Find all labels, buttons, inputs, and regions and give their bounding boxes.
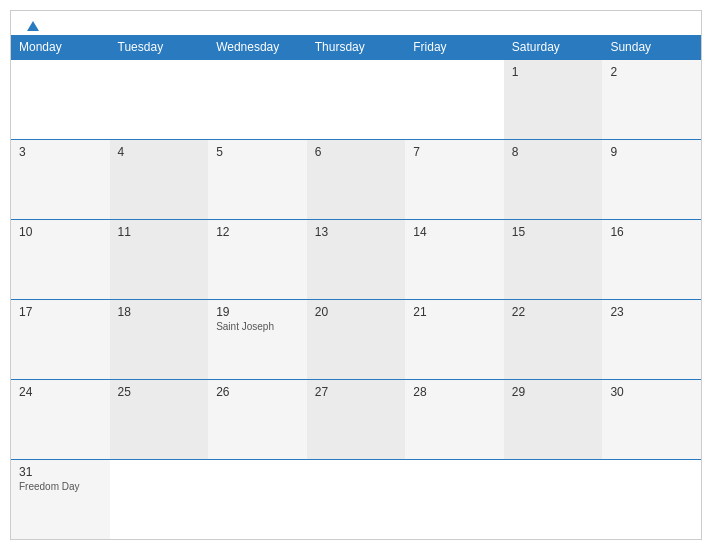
day-number: 3 bbox=[19, 145, 102, 159]
day-number: 5 bbox=[216, 145, 299, 159]
day-number: 10 bbox=[19, 225, 102, 239]
day-cell bbox=[208, 60, 307, 139]
day-number: 24 bbox=[19, 385, 102, 399]
day-number: 4 bbox=[118, 145, 201, 159]
calendar: MondayTuesdayWednesdayThursdayFridaySatu… bbox=[10, 10, 702, 540]
day-cell: 22 bbox=[504, 300, 603, 379]
day-cell bbox=[405, 460, 504, 539]
day-cell: 10 bbox=[11, 220, 110, 299]
week-row-1: 12 bbox=[11, 59, 701, 139]
calendar-grid: MondayTuesdayWednesdayThursdayFridaySatu… bbox=[11, 35, 701, 539]
day-number: 26 bbox=[216, 385, 299, 399]
day-cell: 31Freedom Day bbox=[11, 460, 110, 539]
day-number: 20 bbox=[315, 305, 398, 319]
day-number: 18 bbox=[118, 305, 201, 319]
day-cell: 29 bbox=[504, 380, 603, 459]
day-cell: 24 bbox=[11, 380, 110, 459]
day-headers-row: MondayTuesdayWednesdayThursdayFridaySatu… bbox=[11, 35, 701, 59]
day-cell: 30 bbox=[602, 380, 701, 459]
day-cell bbox=[11, 60, 110, 139]
day-cell bbox=[110, 460, 209, 539]
day-cell: 14 bbox=[405, 220, 504, 299]
day-cell: 5 bbox=[208, 140, 307, 219]
day-cell: 21 bbox=[405, 300, 504, 379]
day-cell: 23 bbox=[602, 300, 701, 379]
day-cell: 18 bbox=[110, 300, 209, 379]
day-cell: 16 bbox=[602, 220, 701, 299]
day-cell: 12 bbox=[208, 220, 307, 299]
day-number: 21 bbox=[413, 305, 496, 319]
day-cell: 15 bbox=[504, 220, 603, 299]
day-cell bbox=[602, 460, 701, 539]
day-cell: 27 bbox=[307, 380, 406, 459]
day-header-tuesday: Tuesday bbox=[110, 35, 209, 59]
week-row-3: 10111213141516 bbox=[11, 219, 701, 299]
day-header-friday: Friday bbox=[405, 35, 504, 59]
week-row-6: 31Freedom Day bbox=[11, 459, 701, 539]
day-header-sunday: Sunday bbox=[602, 35, 701, 59]
day-cell: 28 bbox=[405, 380, 504, 459]
weeks-container: 12345678910111213141516171819Saint Josep… bbox=[11, 59, 701, 539]
day-number: 25 bbox=[118, 385, 201, 399]
day-cell: 19Saint Joseph bbox=[208, 300, 307, 379]
day-cell: 20 bbox=[307, 300, 406, 379]
day-cell: 11 bbox=[110, 220, 209, 299]
day-cell bbox=[110, 60, 209, 139]
day-cell: 4 bbox=[110, 140, 209, 219]
day-number: 2 bbox=[610, 65, 693, 79]
day-cell: 1 bbox=[504, 60, 603, 139]
day-cell: 13 bbox=[307, 220, 406, 299]
day-number: 15 bbox=[512, 225, 595, 239]
day-number: 8 bbox=[512, 145, 595, 159]
day-header-monday: Monday bbox=[11, 35, 110, 59]
week-row-5: 24252627282930 bbox=[11, 379, 701, 459]
day-event: Freedom Day bbox=[19, 481, 102, 492]
day-cell bbox=[504, 460, 603, 539]
day-cell: 3 bbox=[11, 140, 110, 219]
day-cell: 8 bbox=[504, 140, 603, 219]
day-number: 28 bbox=[413, 385, 496, 399]
day-cell: 25 bbox=[110, 380, 209, 459]
day-number: 27 bbox=[315, 385, 398, 399]
day-number: 29 bbox=[512, 385, 595, 399]
day-number: 11 bbox=[118, 225, 201, 239]
day-cell bbox=[307, 60, 406, 139]
day-number: 7 bbox=[413, 145, 496, 159]
calendar-header bbox=[11, 11, 701, 35]
week-row-2: 3456789 bbox=[11, 139, 701, 219]
day-number: 1 bbox=[512, 65, 595, 79]
day-header-wednesday: Wednesday bbox=[208, 35, 307, 59]
day-number: 22 bbox=[512, 305, 595, 319]
day-header-saturday: Saturday bbox=[504, 35, 603, 59]
day-cell: 26 bbox=[208, 380, 307, 459]
logo-blue-text bbox=[27, 21, 41, 31]
day-cell bbox=[208, 460, 307, 539]
day-number: 16 bbox=[610, 225, 693, 239]
day-event: Saint Joseph bbox=[216, 321, 299, 332]
day-number: 12 bbox=[216, 225, 299, 239]
day-number: 30 bbox=[610, 385, 693, 399]
day-number: 6 bbox=[315, 145, 398, 159]
day-number: 14 bbox=[413, 225, 496, 239]
day-cell: 17 bbox=[11, 300, 110, 379]
logo bbox=[27, 21, 41, 31]
logo-triangle-icon bbox=[27, 21, 39, 31]
day-cell bbox=[405, 60, 504, 139]
day-number: 13 bbox=[315, 225, 398, 239]
day-cell: 2 bbox=[602, 60, 701, 139]
week-row-4: 171819Saint Joseph20212223 bbox=[11, 299, 701, 379]
day-header-thursday: Thursday bbox=[307, 35, 406, 59]
day-cell: 7 bbox=[405, 140, 504, 219]
day-cell bbox=[307, 460, 406, 539]
day-cell: 6 bbox=[307, 140, 406, 219]
day-cell: 9 bbox=[602, 140, 701, 219]
day-number: 19 bbox=[216, 305, 299, 319]
day-number: 17 bbox=[19, 305, 102, 319]
day-number: 31 bbox=[19, 465, 102, 479]
day-number: 9 bbox=[610, 145, 693, 159]
day-number: 23 bbox=[610, 305, 693, 319]
